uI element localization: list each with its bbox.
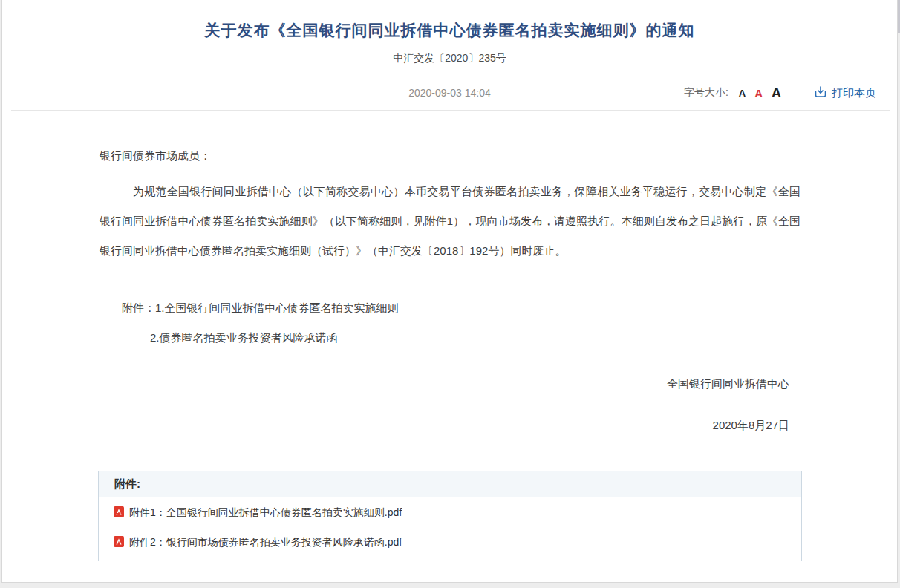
page-title: 关于发布《全国银行间同业拆借中心债券匿名拍卖实施细则》的通知 <box>2 20 897 41</box>
toolbar: 字号大小: A A A 打印本页 <box>684 82 876 104</box>
print-page-button[interactable]: 打印本页 <box>814 85 876 101</box>
attachment-note-line1: 附件：1.全国银行间同业拆借中心债券匿名拍卖实施细则 <box>100 293 800 323</box>
salutation-line: 银行间债券市场成员： <box>100 148 800 163</box>
font-size-medium-button[interactable]: A <box>750 88 767 99</box>
attachment-label: 附件1：全国银行间同业拆借中心债券匿名拍卖实施细则.pdf <box>129 506 402 520</box>
attachment-link-2[interactable]: 附件2：银行间市场债券匿名拍卖业务投资者风险承诺函.pdf <box>99 528 801 558</box>
issuer-signature: 全国银行间同业拆借中心 <box>100 376 800 392</box>
attachment-box: 附件: 附件1：全国银行间同业拆借中心债券匿名拍卖实施细则.pdf <box>98 471 802 561</box>
header-divider <box>11 110 890 111</box>
attachment-label: 附件2：银行间市场债券匿名拍卖业务投资者风险承诺函.pdf <box>129 536 402 549</box>
notice-paragraph: 为规范全国银行间同业拆借中心（以下简称交易中心）本币交易平台债券匿名拍卖业务，保… <box>100 177 800 266</box>
attachment-box-title: 附件: <box>99 471 801 497</box>
notice-page: 关于发布《全国银行间同业拆借中心债券匿名拍卖实施细则》的通知 中汇交发〔2020… <box>1 0 898 583</box>
article-body: 银行间债券市场成员： 为规范全国银行间同业拆借中心（以下简称交易中心）本币交易平… <box>2 148 897 434</box>
meta-row: 2020-09-03 14:04 字号大小: A A A 打印本页 <box>2 82 897 104</box>
print-page-label: 打印本页 <box>832 86 876 100</box>
document-number: 中汇交发〔2020〕235号 <box>2 52 897 65</box>
font-size-label: 字号大小: <box>684 86 728 99</box>
pdf-file-icon <box>114 506 124 520</box>
issue-date: 2020年8月27日 <box>100 417 800 434</box>
document-header: 关于发布《全国银行间同业拆借中心债券匿名拍卖实施细则》的通知 中汇交发〔2020… <box>2 20 897 65</box>
attachment-list: 附件1：全国银行间同业拆借中心债券匿名拍卖实施细则.pdf 附件2：银行间市场债… <box>99 497 801 561</box>
pdf-file-icon <box>114 536 124 550</box>
font-size-small-button[interactable]: A <box>734 88 750 98</box>
font-size-large-button[interactable]: A <box>767 86 786 99</box>
attachment-note-line2: 2.债券匿名拍卖业务投资者风险承诺函 <box>100 323 800 353</box>
print-download-icon <box>814 85 827 101</box>
attachment-link-1[interactable]: 附件1：全国银行间同业拆借中心债券匿名拍卖实施细则.pdf <box>99 498 801 528</box>
